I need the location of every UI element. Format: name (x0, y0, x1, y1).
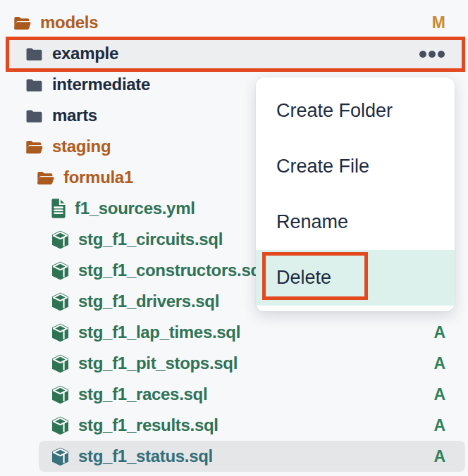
status-badge-modified: M (432, 13, 445, 32)
status-badge-added: A (433, 416, 445, 435)
tree-item-label: intermediate (52, 75, 150, 94)
context-menu: Create Folder Create File Rename Delete (256, 77, 455, 311)
tree-item-label: stg_f1_races.sql (78, 384, 207, 404)
tree-item-example[interactable]: example (6, 38, 462, 69)
model-cube-icon (50, 322, 70, 343)
folder-closed-icon (24, 76, 44, 94)
tree-item-stg-f1-results[interactable]: stg_f1_results.sql A (0, 410, 468, 441)
model-cube-icon (50, 415, 70, 436)
tree-item-label: staging (52, 137, 111, 156)
tree-item-stg-f1-races[interactable]: stg_f1_races.sql A (0, 379, 468, 410)
folder-open-icon (12, 14, 32, 32)
status-badge-added: A (433, 354, 445, 373)
model-cube-icon (50, 353, 70, 374)
tree-item-label: stg_f1_circuits.sql (78, 230, 223, 249)
menu-item-create-folder[interactable]: Create Folder (256, 83, 455, 139)
menu-item-create-file[interactable]: Create File (256, 139, 455, 194)
menu-item-delete[interactable]: Delete (256, 250, 455, 306)
status-badge-added: A (433, 323, 445, 342)
tree-item-label: marts (52, 106, 97, 125)
tree-item-label: stg_f1_drivers.sql (78, 292, 219, 311)
folder-closed-icon (24, 45, 44, 63)
folder-open-icon (24, 138, 44, 156)
folder-closed-icon (24, 107, 44, 125)
tree-item-label: stg_f1_lap_times.sql (78, 322, 240, 342)
tree-item-label: stg_f1_constructors.sql (78, 261, 265, 280)
model-cube-icon (50, 384, 70, 405)
tree-item-label: f1_sources.yml (75, 199, 195, 218)
tree-item-stg-f1-lap-times[interactable]: stg_f1_lap_times.sql A (0, 317, 468, 348)
tree-item-label: stg_f1_status.sql (78, 446, 213, 466)
tree-item-label: formula1 (63, 168, 133, 187)
tree-item-label: models (40, 13, 98, 32)
folder-open-icon (35, 169, 56, 187)
menu-item-rename[interactable]: Rename (256, 194, 455, 250)
status-badge-added: A (433, 447, 445, 466)
ellipsis-icon[interactable] (419, 50, 445, 58)
yml-file-icon (50, 198, 67, 219)
tree-item-label: stg_f1_pit_stops.sql (78, 353, 238, 373)
tree-item-label: stg_f1_results.sql (78, 415, 218, 435)
tree-item-stg-f1-pit-stops[interactable]: stg_f1_pit_stops.sql A (0, 348, 468, 379)
model-cube-icon (50, 261, 70, 281)
status-badge-added: A (433, 385, 445, 404)
tree-item-models[interactable]: models M (0, 7, 468, 38)
model-cube-icon (50, 230, 70, 250)
tree-item-label: example (52, 44, 118, 63)
model-cube-icon (50, 446, 70, 467)
model-cube-icon (50, 292, 70, 312)
tree-item-stg-f1-status[interactable]: stg_f1_status.sql A (39, 441, 465, 472)
